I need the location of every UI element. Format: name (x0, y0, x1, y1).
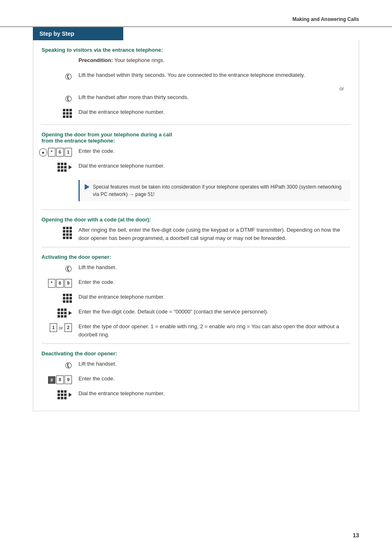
or-text: or (59, 325, 63, 330)
code-btn-hash: # (48, 376, 55, 384)
step-row: After ringing the bell, enter the five-d… (42, 226, 350, 242)
step-icon-keypad (42, 293, 78, 303)
step-row: ✆ Lift the handset after more than thirt… (42, 93, 350, 105)
step-text: Enter the code. (78, 147, 350, 155)
step-icon-handset: ✆ (42, 263, 78, 274)
step-text: Lift the handset. (78, 360, 350, 368)
step-text: Lift the handset after more than thirty … (78, 93, 350, 101)
step-row: Dial the entrance telephone number. (42, 162, 350, 173)
handset-icon: ✆ (63, 71, 74, 83)
code-btn-6: 6 (56, 148, 64, 157)
step-row: Dial the entrance telephone number. (42, 389, 350, 401)
step-text: After ringing the bell, enter the five-d… (78, 226, 350, 242)
step-text: Enter the type of door opener. 1 = enabl… (78, 322, 350, 339)
note-text: Special features must be taken into cons… (93, 183, 346, 198)
step-text: Dial the entrance telephone number. (78, 389, 350, 398)
keypad-icon (63, 109, 72, 118)
step-row: Dial the entrance telephone number. (42, 293, 350, 304)
page-header: Making and Answering Calls (0, 0, 392, 27)
code-btn-8: 8 (56, 375, 64, 384)
step-icon-keypad-large (42, 226, 78, 239)
or-divider: or (42, 86, 350, 92)
step-icon-precondition (42, 56, 78, 57)
step-icon-keypad-arrow (42, 162, 78, 172)
step-text: Dial the entrance telephone number. (78, 293, 350, 301)
code-btn-1: 1 (65, 148, 72, 157)
step-text: Precondition: Your telephone rings. (78, 56, 350, 64)
step-text: Lift the handset. (78, 263, 350, 272)
step-row: ✆ Lift the handset. (42, 360, 350, 371)
keypad-icon (63, 294, 72, 303)
section-heading-opening: Opening the door from your telephone dur… (42, 131, 350, 144)
note-arrow-icon (85, 184, 90, 190)
step-icon-code-star89: * 8 9 (42, 278, 78, 288)
header-title: Making and Answering Calls (293, 16, 359, 22)
code-btn-star: * (48, 279, 55, 288)
step-icon-handset: ✆ (42, 360, 78, 371)
note-box: Special features must be taken into cons… (78, 180, 350, 201)
step-row: # 8 9 Enter the code. (42, 375, 350, 386)
step-by-step-header: Step by Step (33, 27, 123, 40)
section-heading-speaking: Speaking to visitors via the entrance te… (42, 47, 350, 53)
keypad-arrow-container (58, 163, 72, 172)
handset-icon: ✆ (63, 263, 74, 275)
step-row: ● * 6 1 Enter the code. (42, 147, 350, 159)
step-text: Dial the entrance telephone number. (78, 162, 350, 170)
arrow-icon (69, 393, 72, 397)
precondition-label: Precondition: (78, 57, 113, 63)
code-buttons: * 8 9 (48, 279, 72, 288)
step-icon-keypad-arrow (42, 389, 78, 399)
separator (42, 210, 350, 210)
step-row: * 8 9 Enter the code. (42, 278, 350, 290)
step-box-inner: Speaking to visitors via the entrance te… (33, 40, 359, 411)
step-icon-empty (42, 177, 78, 177)
arrow-icon (69, 165, 72, 169)
step-box: Speaking to visitors via the entrance te… (33, 40, 359, 411)
code-btn-9: 9 (65, 279, 72, 288)
step-icon-handset: ✆ (42, 93, 78, 104)
step-icon-code: ● * 6 1 (42, 147, 78, 157)
main-content: Step by Step Speaking to visitors via th… (0, 27, 392, 444)
handset-icon: ✆ (63, 93, 74, 105)
step-by-step-container: Step by Step Speaking to visitors via th… (33, 27, 359, 411)
step-text: Dial the entrance telephone number. (78, 108, 350, 116)
section-heading-deactivating: Deactivating the door opener: (42, 350, 350, 357)
page-number: 13 (353, 532, 359, 539)
keypad-icon (58, 309, 67, 318)
keypad-icon (58, 163, 67, 172)
step-row: Enter the five-digit code. Default code … (42, 308, 350, 319)
step-row: 1 or 2 Enter the type of door opener. 1 … (42, 322, 350, 339)
step-row-note: Special features must be taken into cons… (42, 177, 350, 205)
code-btn-9: 9 (65, 375, 72, 384)
step-icon-keypad-arrow (42, 308, 78, 318)
step-icon-handset: ✆ (42, 71, 78, 82)
code-buttons: ● * 6 1 (39, 148, 72, 157)
step-icon-code-hash89: # 8 9 (42, 375, 78, 384)
keypad-icon (58, 390, 67, 399)
code-btn-8: 8 (56, 279, 64, 288)
handset-icon: ✆ (63, 359, 74, 371)
step-text: Enter the five-digit code. Default code … (78, 308, 350, 316)
code-btn-1: 1 (50, 323, 57, 332)
code-btn-2: 2 (65, 323, 72, 332)
code-btn-circle: ● (39, 148, 47, 157)
code-buttons: # 8 9 (48, 375, 72, 384)
step-text: Enter the code. (78, 278, 350, 286)
step-text: Enter the code. (78, 375, 350, 383)
arrow-icon (69, 311, 72, 315)
code-buttons-1or2: 1 or 2 (50, 323, 72, 332)
section-heading-activating: Activating the door opener: (42, 254, 350, 260)
step-icon-keypad (42, 108, 78, 118)
step-icon-1or2: 1 or 2 (42, 322, 78, 332)
step-row: Precondition: Your telephone rings. (42, 56, 350, 68)
keypad-arrow-container (58, 390, 72, 399)
section-heading-at-door: Opening the door with a code (at the doo… (42, 216, 350, 223)
separator (42, 124, 350, 125)
step-row: ✆ Lift the handset within thirty seconds… (42, 71, 350, 83)
keypad-icon (63, 227, 72, 239)
separator (42, 247, 350, 247)
separator (42, 343, 350, 344)
step-row: ✆ Lift the handset. (42, 263, 350, 275)
step-row: Dial the entrance telephone number. (42, 108, 350, 120)
code-btn-star: * (48, 148, 55, 157)
